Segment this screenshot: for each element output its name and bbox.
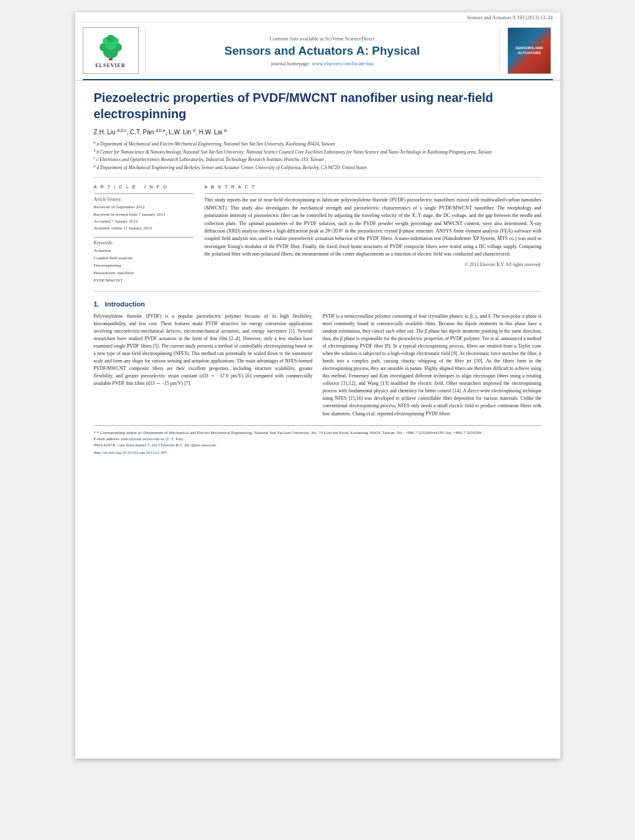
header-divider xyxy=(83,79,553,80)
journal-thumb-image: SENSORS AND ACTUATORS xyxy=(508,27,551,74)
intro-left-text: Polyvinylidene fluoride (PVDF) is a popu… xyxy=(94,313,313,388)
received-revised-date: Received in revised form 7 January 2013 xyxy=(94,211,193,218)
abstract-body: This study reports the use of near-field… xyxy=(205,193,542,267)
doi-line[interactable]: http://dx.doi.org/10.1016/j.sna.2013.01.… xyxy=(94,450,542,456)
thumb-label: SENSORS AND ACTUATORS xyxy=(508,45,550,56)
affil-c: c c Electronics and Optoelectronics Rese… xyxy=(94,157,324,162)
authors-line: Z.H. Liu a,b,c, C.T. Pan a,b,*, L.W. Lin… xyxy=(94,128,542,136)
article-info-header: A R T I C L E I N F O xyxy=(94,184,193,190)
received-date: Received 16 September 2012 xyxy=(94,204,193,211)
email-label: E-mail address: xyxy=(94,436,120,441)
footnote-area: * * Corresponding author at: Department … xyxy=(94,425,542,456)
intro-right-col: PVDF is a semicrystalline polymer consis… xyxy=(323,313,542,418)
journal-title-area: Contents lists available at SciVerse Sci… xyxy=(145,27,500,74)
info-abstract-columns: A R T I C L E I N F O Article history: R… xyxy=(94,184,542,284)
corresponding-footnote: * * Corresponding author at: Department … xyxy=(94,430,542,436)
keyword-4: Piezoelectric nanofiber xyxy=(94,270,193,277)
article-history: Article history: Received 16 September 2… xyxy=(94,193,193,232)
affil-d: d d Department of Mechanical Engineering… xyxy=(94,165,368,170)
authors-text: Z.H. Liu a,b,c, C.T. Pan a,b,*, L.W. Lin… xyxy=(94,129,227,136)
elsevier-tree-icon xyxy=(95,34,126,62)
abstract-text: This study reports the use of near-field… xyxy=(205,196,542,258)
elsevier-wordmark: ELSEVIER xyxy=(95,63,125,68)
academic-paper-page: Sensors and Actuators A 193 (2013) 13–24… xyxy=(75,12,560,759)
section-divider xyxy=(94,177,542,178)
journal-homepage-link[interactable]: www.elsevier.com/locate/sna xyxy=(312,60,373,67)
svg-point-7 xyxy=(106,35,115,42)
keywords-section: Keywords: Actuation Coupled field analys… xyxy=(94,237,193,284)
history-title: Article history: xyxy=(94,196,193,202)
left-info-column: A R T I C L E I N F O Article history: R… xyxy=(94,184,193,284)
email-value: panct@mail.nsysu.edu.tw (C.T. Pan). xyxy=(121,436,185,441)
journal-title: Sensors and Actuators A: Physical xyxy=(225,44,420,58)
keywords-title: Keywords: xyxy=(94,240,193,246)
sciverse-text: Contents lists available at SciVerse Sci… xyxy=(270,35,375,42)
journal-citation: Sensors and Actuators A 193 (2013) 13–24 xyxy=(467,15,552,21)
keyword-1: Actuation xyxy=(94,247,193,255)
journal-header: Sensors and Actuators A 193 (2013) 13–24… xyxy=(75,12,560,81)
available-date: Available online 11 January 2013 xyxy=(94,225,193,232)
affiliations: a a Department of Mechanical and Electro… xyxy=(94,139,542,171)
corresponding-text: * Corresponding author at: Department of… xyxy=(97,430,483,435)
introduction-section: 1. Introduction Polyvinylidene fluoride … xyxy=(94,300,542,418)
section-title: 1. Introduction xyxy=(94,300,542,308)
article-title: Piezoelectric properties of PVDF/MWCNT n… xyxy=(94,90,542,122)
abstract-copyright: © 2013 Elsevier B.V. All rights reserved… xyxy=(205,262,542,267)
intro-body-columns: Polyvinylidene fluoride (PVDF) is a popu… xyxy=(94,313,542,418)
intro-right-text: PVDF is a semicrystalline polymer consis… xyxy=(323,313,542,418)
keyword-2: Coupled field analysis xyxy=(94,255,193,262)
affil-a: a a Department of Mechanical and Electro… xyxy=(94,141,335,147)
elsevier-logo: ELSEVIER xyxy=(83,27,139,74)
abstract-header: A B S T R A C T xyxy=(205,184,542,190)
journal-thumbnail: SENSORS AND ACTUATORS xyxy=(506,27,553,74)
keyword-3: Electrospinning xyxy=(94,262,193,270)
intro-left-col: Polyvinylidene fluoride (PVDF) is a popu… xyxy=(94,313,313,418)
issn-line: 0924-4247/$ – see front matter © 2013 El… xyxy=(94,442,542,448)
journal-homepage: journal homepage: www.elsevier.com/locat… xyxy=(271,60,374,67)
abstract-column: A B S T R A C T This study reports the u… xyxy=(205,184,542,284)
email-footnote: E-mail address: panct@mail.nsysu.edu.tw … xyxy=(94,436,542,442)
keyword-5: PVDF/MWCNT xyxy=(94,277,193,285)
journal-banner: ELSEVIER Contents lists available at Sci… xyxy=(75,22,560,79)
journal-top-bar: Sensors and Actuators A 193 (2013) 13–24 xyxy=(75,12,560,22)
affil-b: b b Center for Nanoscience & Nanotechnol… xyxy=(94,149,492,155)
accepted-date: Accepted 7 January 2013 xyxy=(94,218,193,225)
intro-divider xyxy=(94,291,542,292)
article-body: Piezoelectric properties of PVDF/MWCNT n… xyxy=(75,81,560,468)
